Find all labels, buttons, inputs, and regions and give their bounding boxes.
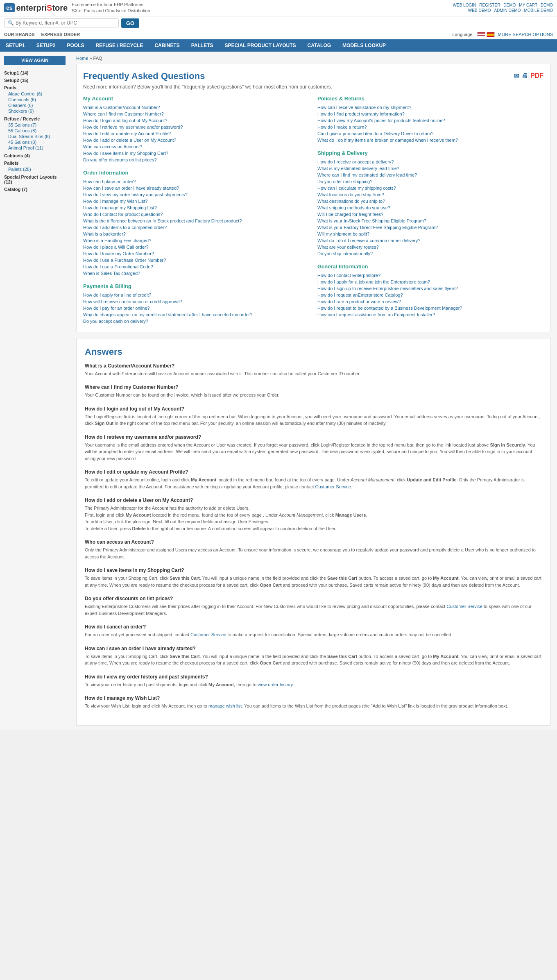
faq-link[interactable]: How do I edit or update my Account Profi… [83, 131, 309, 136]
nav-setup2[interactable]: SETUP2 [31, 39, 61, 52]
faq-link[interactable]: How do I sign up to receive Enterpristor… [317, 286, 543, 291]
nav-refuse-recycle[interactable]: REFUSE / RECYCLE [90, 39, 149, 52]
nav-pools[interactable]: POOLS [61, 39, 90, 52]
faq-link[interactable]: How do I locate my Order Number? [83, 251, 309, 256]
nav-catalog[interactable]: CATALOG [302, 39, 337, 52]
search-input-wrap[interactable]: 🔍 [4, 18, 119, 27]
faq-link[interactable]: How do I request to be contacted by a Bu… [317, 306, 543, 311]
answer-text: Your Account with Enterpristore will hav… [85, 370, 542, 377]
faq-link[interactable]: How do I manage my Shopping List? [83, 205, 309, 210]
faq-link[interactable]: How can I receive assistance on my shipm… [317, 105, 543, 110]
faq-link[interactable]: Where can I find my Customer Number? [83, 111, 309, 116]
mobile-demo-link[interactable]: MOBILE DEMO [524, 8, 553, 13]
faq-link[interactable]: Do you ship internationally? [317, 251, 543, 256]
faq-link[interactable]: Where can I find my estimated delivery l… [317, 172, 543, 177]
faq-link[interactable]: How do I add items to a completed order? [83, 225, 309, 230]
faq-link[interactable]: Who can access an Account? [83, 144, 309, 149]
faq-link[interactable]: How do I manage my Wish List? [83, 199, 309, 204]
faq-link[interactable]: What do I do if I receive a common carri… [317, 238, 543, 243]
my-cart-link[interactable]: MY CART [519, 3, 537, 7]
nav-pallets[interactable]: PALLETS [186, 39, 219, 52]
faq-link[interactable]: What shipping methods do you use? [317, 205, 543, 210]
email-icon[interactable]: ✉ [514, 72, 519, 80]
faq-link[interactable]: How do I make a return? [317, 125, 543, 129]
answer-block: How do I cancel an order? For an order n… [85, 624, 542, 638]
faq-link[interactable]: What is your Factory Direct Free Shippin… [317, 225, 543, 230]
answer-question: How do I save items in my Shopping Cart? [85, 567, 542, 573]
answer-block: Where can I find my Customer Number? You… [85, 384, 542, 399]
faq-link[interactable]: What locations do you ship from? [317, 192, 543, 197]
answers-card: Answers What is a Customer/Account Numbe… [76, 338, 550, 726]
faq-link[interactable]: How do I pay for an order online? [83, 306, 309, 311]
us-flag-icon[interactable] [477, 32, 485, 37]
view-order-history-link[interactable]: view order history [258, 682, 292, 687]
faq-link[interactable]: How do I rate a product or write a revie… [317, 299, 543, 304]
admin-demo-link[interactable]: ADMIN DEMO [494, 8, 521, 13]
express-order-link[interactable]: EXPRESS ORDER [41, 32, 80, 37]
faq-link[interactable]: What is my estimated delivery lead time? [317, 166, 543, 171]
faq-link[interactable]: Will I be charged for freight fees? [317, 212, 543, 217]
es-flag-icon[interactable] [487, 32, 495, 37]
faq-link[interactable]: How can I calculate my shipping costs? [317, 186, 543, 191]
demo2-link[interactable]: DEMO [541, 3, 553, 7]
faq-link[interactable]: When is Sales Tax charged? [83, 271, 309, 276]
nav-cabinets[interactable]: CABINETS [149, 39, 185, 52]
view-again-button[interactable]: VIEW AGAIN [4, 56, 66, 65]
faq-link[interactable]: How can I save an order I have already s… [83, 186, 309, 191]
sidebar-item-shockers: Shockers (6) [4, 108, 66, 114]
faq-link[interactable]: Can I give a purchased item to a Deliver… [317, 131, 543, 136]
faq-link[interactable]: How do I place a Will Call order? [83, 245, 309, 250]
faq-link[interactable]: Do you accept cash on delivery? [83, 319, 309, 324]
customer-service-link3[interactable]: Customer Service [190, 632, 226, 637]
faq-link[interactable]: How can I place an order? [83, 179, 309, 184]
faq-link[interactable]: How do I receive or accept a delivery? [317, 159, 543, 164]
customer-service-link2[interactable]: Customer Service [446, 604, 482, 609]
web-login-link[interactable]: WEB LOGIN [453, 3, 476, 7]
faq-link[interactable]: How do I use a Purchase Order Number? [83, 258, 309, 263]
demo-link[interactable]: DEMO [503, 3, 516, 7]
nav-models-lookup[interactable]: MODELS LOOKUP [337, 39, 392, 52]
web-demo-link[interactable]: WEB DEMO [468, 8, 491, 13]
faq-link[interactable]: Do you offer discounts on list prices? [83, 157, 309, 162]
faq-link[interactable]: How can I request assistance from an Equ… [317, 312, 543, 317]
search-icon: 🔍 [8, 20, 14, 26]
faq-link[interactable]: Will my shipment be split? [317, 231, 543, 236]
register-link[interactable]: REGISTER [479, 3, 500, 7]
logo-tagline: Ecommerce for Infor ERP Platforms SX.e, … [72, 2, 150, 14]
faq-link[interactable]: Who do I contact for product questions? [83, 212, 309, 217]
faq-link[interactable]: How do I use a Promotional Code? [83, 264, 309, 269]
breadcrumb-home[interactable]: Home [76, 56, 88, 61]
search-input[interactable] [16, 20, 115, 26]
faq-link[interactable]: How do I retrieve my username and/or pas… [83, 125, 309, 129]
faq-link[interactable]: Do you offer rush shipping? [317, 179, 543, 184]
more-search-options-link[interactable]: MORE SEARCH OPTIONS [498, 32, 553, 37]
faq-link[interactable]: How do I request anEnterpristore Catalog… [317, 293, 543, 297]
faq-link[interactable]: How do I add or delete a User on My Acco… [83, 138, 309, 143]
faq-link[interactable]: How do I apply for a line of credit? [83, 293, 309, 297]
pdf-icon[interactable]: PDF [530, 72, 543, 80]
customer-service-link[interactable]: Customer Service [315, 484, 351, 489]
print-icon[interactable]: 🖨 [521, 72, 528, 80]
faq-link[interactable]: When is a Handling Fee charged? [83, 238, 309, 243]
faq-link[interactable]: How do I view my order history and past … [83, 192, 309, 197]
faq-link[interactable]: How do I find product warranty informati… [317, 111, 543, 116]
faq-link[interactable]: What do I do if my items are broken or d… [317, 138, 543, 143]
faq-link[interactable]: What destinations do you ship to? [317, 199, 543, 204]
faq-link[interactable]: Why do charges appear on my credit card … [83, 312, 309, 317]
our-brands-link[interactable]: OUR BRANDS [4, 32, 35, 37]
nav-setup1[interactable]: SETUP1 [0, 39, 31, 52]
faq-link[interactable]: How will I receive confirmation of credi… [83, 299, 309, 304]
faq-link[interactable]: How do I save items in my Shopping Cart? [83, 151, 309, 156]
faq-link[interactable]: How do I login and log out of My Account… [83, 118, 309, 123]
faq-link[interactable]: What is a Customer/Account Number? [83, 105, 309, 110]
manage-wish-list-link[interactable]: manage wish list [208, 703, 242, 708]
faq-link[interactable]: What is the difference between an In Sto… [83, 218, 309, 223]
faq-link[interactable]: How do I apply for a job and join the En… [317, 279, 543, 284]
faq-link[interactable]: What is a backorder? [83, 231, 309, 236]
nav-special-product-layouts[interactable]: SPECIAL PRODUCT LAYOUTS [219, 39, 302, 52]
faq-link[interactable]: How do I view my Account's prices for pr… [317, 118, 543, 123]
faq-link[interactable]: What is your In-Stock Free Shipping Elig… [317, 218, 543, 223]
faq-link[interactable]: How do I contact Enterpristore? [317, 273, 543, 278]
faq-link[interactable]: What are your delivery routes? [317, 245, 543, 250]
search-button[interactable]: GO [121, 18, 139, 28]
